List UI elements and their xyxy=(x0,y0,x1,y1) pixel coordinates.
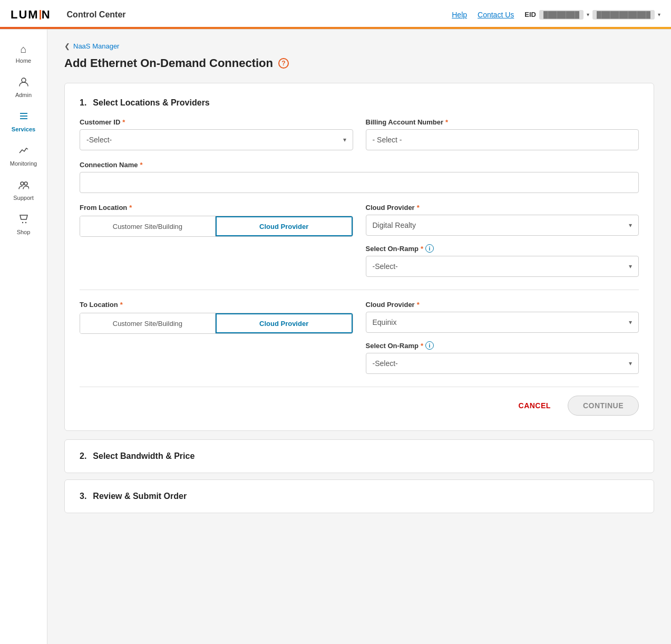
sidebar-item-services[interactable]: Services xyxy=(0,105,47,138)
from-on-ramp-label: Select On-Ramp * i xyxy=(366,244,639,253)
from-on-ramp-info-icon[interactable]: i xyxy=(425,244,434,253)
to-on-ramp-select[interactable]: -Select- ▾ xyxy=(366,353,639,374)
from-cloud-provider-select[interactable]: Digital Realty ▾ xyxy=(366,215,639,236)
customer-billing-row: Customer ID * -Select- ▾ Billing Account… xyxy=(80,118,639,150)
from-on-ramp-group: Select On-Ramp * i -Select- ▾ xyxy=(366,244,639,277)
step1-card: 1. Select Locations & Providers Customer… xyxy=(64,83,654,431)
connection-name-label: Connection Name * xyxy=(80,161,639,169)
continue-button[interactable]: CONTINUE xyxy=(568,396,639,416)
to-on-ramp-value: -Select- xyxy=(373,359,398,368)
from-location-cloud-provider-btn[interactable]: Cloud Provider xyxy=(216,216,353,236)
contact-us-link[interactable]: Contact Us xyxy=(478,11,514,19)
sidebar-item-monitoring-label: Monitoring xyxy=(10,160,37,167)
cancel-button[interactable]: CANCEL xyxy=(510,397,559,414)
help-link[interactable]: Help xyxy=(452,11,467,19)
to-location-required: * xyxy=(120,301,123,309)
page-title-row: Add Ethernet On-Demand Connection ? xyxy=(64,56,654,70)
svg-point-5 xyxy=(24,182,27,185)
connection-name-group: Connection Name * xyxy=(80,161,639,193)
to-location-cloud-provider-btn[interactable]: Cloud Provider xyxy=(216,313,353,333)
from-cloud-provider-required: * xyxy=(417,204,420,212)
to-on-ramp-label: Select On-Ramp * i xyxy=(366,341,639,350)
to-location-toggle: Customer Site/Building Cloud Provider xyxy=(80,313,353,334)
to-on-ramp-info-icon[interactable]: i xyxy=(425,341,434,350)
svg-point-4 xyxy=(21,182,24,185)
to-location-row: To Location * Customer Site/Building Clo… xyxy=(80,301,639,374)
to-cloud-provider-arrow: ▾ xyxy=(629,319,632,326)
eid-label: EID xyxy=(524,11,536,18)
from-cloud-provider-arrow: ▾ xyxy=(629,222,632,229)
user-dropdown-arrow[interactable]: ▾ xyxy=(658,12,660,17)
monitoring-icon xyxy=(18,145,29,158)
from-location-customer-site-btn[interactable]: Customer Site/Building xyxy=(80,216,216,236)
app-title: Control Center xyxy=(67,10,452,20)
services-icon xyxy=(18,111,29,124)
step3-header: 3. Review & Submit Order xyxy=(80,492,639,501)
svg-point-0 xyxy=(22,78,26,82)
billing-account-group: Billing Account Number * - Select - xyxy=(366,118,639,150)
to-location-label: To Location * xyxy=(80,301,353,309)
to-cloud-provider-value: Equinix xyxy=(373,318,397,326)
connection-name-required: * xyxy=(140,161,143,169)
step3-title: Review & Submit Order xyxy=(93,492,187,501)
top-navigation: LUMN Control Center Help Contact Us EID … xyxy=(0,0,671,30)
customer-id-value: -Select- xyxy=(86,136,112,144)
step1-number: 1. xyxy=(80,98,86,108)
nav-color-bar xyxy=(0,27,671,29)
to-on-ramp-group: Select On-Ramp * i -Select- ▾ xyxy=(366,341,639,374)
from-on-ramp-required: * xyxy=(421,245,423,253)
help-question-mark: ? xyxy=(281,60,285,67)
eid-dropdown-arrow[interactable]: ▾ xyxy=(587,12,589,17)
customer-id-dropdown-arrow: ▾ xyxy=(343,136,346,143)
home-icon: ⌂ xyxy=(20,43,26,55)
to-location-right: Cloud Provider * Equinix ▾ Select On-Ram… xyxy=(366,301,639,374)
from-location-row: From Location * Customer Site/Building C… xyxy=(80,204,639,277)
admin-icon xyxy=(18,76,29,90)
customer-id-required: * xyxy=(122,118,125,126)
form-footer: CANCEL CONTINUE xyxy=(80,387,639,416)
breadcrumb-parent-link[interactable]: NaaS Manager xyxy=(73,42,119,50)
customer-id-select[interactable]: -Select- ▾ xyxy=(80,129,353,150)
billing-account-select[interactable]: - Select - xyxy=(366,129,639,150)
shop-icon xyxy=(18,214,29,227)
main-layout: ⌂ Home Admin Services Monitoring Suppo xyxy=(0,30,671,644)
breadcrumb-arrow: ❮ xyxy=(64,42,70,50)
billing-account-required: * xyxy=(445,118,448,126)
step2-title: Select Bandwidth & Price xyxy=(93,451,195,461)
from-cloud-provider-group: Cloud Provider * Digital Realty ▾ xyxy=(366,204,639,236)
nav-links: Help Contact Us EID ████████ ▾ █████████… xyxy=(452,10,660,20)
step2-card: 2. Select Bandwidth & Price xyxy=(64,439,654,473)
to-cloud-provider-required: * xyxy=(417,301,420,309)
to-cloud-provider-select[interactable]: Equinix ▾ xyxy=(366,312,639,333)
connection-name-row: Connection Name * xyxy=(80,161,639,193)
step3-card: 3. Review & Submit Order xyxy=(64,479,654,513)
page-help-icon[interactable]: ? xyxy=(278,58,289,69)
to-location-left: To Location * Customer Site/Building Clo… xyxy=(80,301,353,334)
customer-id-label: Customer ID * xyxy=(80,118,353,126)
sidebar-item-home[interactable]: ⌂ Home xyxy=(0,38,47,69)
from-cloud-provider-value: Digital Realty xyxy=(373,221,416,229)
sidebar-item-monitoring[interactable]: Monitoring xyxy=(0,140,47,172)
to-on-ramp-required: * xyxy=(421,342,423,350)
sidebar-item-admin[interactable]: Admin xyxy=(0,71,47,103)
to-location-customer-site-btn[interactable]: Customer Site/Building xyxy=(80,313,216,333)
from-on-ramp-select[interactable]: -Select- ▾ xyxy=(366,256,639,277)
support-icon xyxy=(18,179,29,193)
main-content: ❮ NaaS Manager Add Ethernet On-Demand Co… xyxy=(47,30,671,644)
billing-account-label: Billing Account Number * xyxy=(366,118,639,126)
step2-header: 2. Select Bandwidth & Price xyxy=(80,451,639,461)
eid-section: EID ████████ ▾ ████████████ ▾ xyxy=(524,10,660,20)
sidebar-item-shop[interactable]: Shop xyxy=(0,208,47,241)
from-location-required: * xyxy=(129,204,132,212)
customer-id-group: Customer ID * -Select- ▾ xyxy=(80,118,353,150)
svg-point-7 xyxy=(25,222,26,223)
sidebar-item-shop-label: Shop xyxy=(17,229,31,235)
user-value: ████████████ xyxy=(592,10,655,20)
to-cloud-provider-group: Cloud Provider * Equinix ▾ xyxy=(366,301,639,333)
sidebar-item-support[interactable]: Support xyxy=(0,174,47,206)
eid-value: ████████ xyxy=(539,10,584,20)
step1-title: Select Locations & Providers xyxy=(93,98,209,108)
svg-point-6 xyxy=(22,222,23,223)
location-divider xyxy=(80,290,639,290)
connection-name-input[interactable] xyxy=(80,172,639,193)
